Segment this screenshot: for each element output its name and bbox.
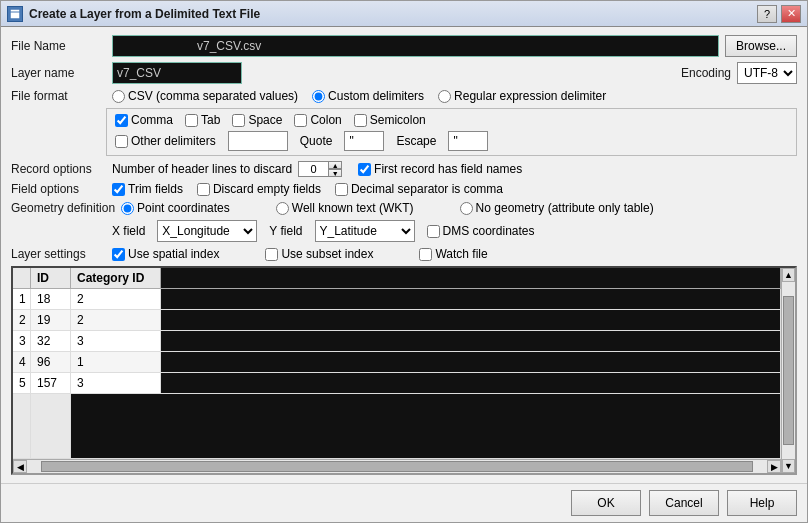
first-record-item[interactable]: First record has field names [358, 162, 522, 176]
y-field-label: Y field [269, 224, 302, 238]
semicolon-checkbox-item[interactable]: Semicolon [354, 113, 426, 127]
first-record-label: First record has field names [374, 162, 522, 176]
help-window-button[interactable]: ? [757, 5, 777, 23]
encoding-select[interactable]: UTF-8 [737, 62, 797, 84]
scroll-up-arrow[interactable]: ▲ [782, 268, 795, 282]
comma-label: Comma [131, 113, 173, 127]
file-name-dark-value [117, 39, 197, 53]
comma-checkbox-item[interactable]: Comma [115, 113, 173, 127]
space-checkbox-item[interactable]: Space [232, 113, 282, 127]
csv-radio-item[interactable]: CSV (comma separated values) [112, 89, 298, 103]
other-checkbox-item[interactable]: Other delimiters [115, 134, 216, 148]
trim-fields-item[interactable]: Trim fields [112, 182, 183, 196]
cell-rest [161, 331, 781, 351]
space-checkbox[interactable] [232, 114, 245, 127]
point-coords-item[interactable]: Point coordinates [121, 201, 230, 215]
other-checkbox[interactable] [115, 135, 128, 148]
table-row: 1 18 2 [13, 289, 781, 310]
subset-index-label: Use subset index [281, 247, 373, 261]
watch-file-checkbox[interactable] [419, 248, 432, 261]
no-geom-radio[interactable] [460, 202, 473, 215]
csv-radio-label: CSV (comma separated values) [128, 89, 298, 103]
horizontal-scrollbar-thumb[interactable] [41, 461, 753, 472]
subset-index-item[interactable]: Use subset index [265, 247, 373, 261]
regex-radio[interactable] [438, 90, 451, 103]
encoding-label: Encoding [681, 66, 731, 80]
header-category-id: Category ID [71, 268, 161, 288]
main-window: Create a Layer from a Delimited Text Fil… [0, 0, 808, 523]
colon-checkbox[interactable] [294, 114, 307, 127]
cell-rest-partial [71, 394, 781, 458]
cell-rest [161, 310, 781, 330]
vertical-scrollbar-thumb[interactable] [783, 296, 794, 445]
regex-radio-item[interactable]: Regular expression delimiter [438, 89, 606, 103]
cell-id: 19 [31, 310, 71, 330]
dms-coords-item[interactable]: DMS coordinates [427, 224, 535, 238]
quote-label: Quote [300, 134, 333, 148]
x-field-select[interactable]: X_Longitude [157, 220, 257, 242]
dms-coords-checkbox[interactable] [427, 225, 440, 238]
colon-label: Colon [310, 113, 341, 127]
file-name-label: File Name [11, 39, 106, 53]
discard-spinner: ▲ ▼ [298, 161, 342, 177]
semicolon-checkbox[interactable] [354, 114, 367, 127]
csv-radio[interactable] [112, 90, 125, 103]
quote-input[interactable] [344, 131, 384, 151]
tab-checkbox-item[interactable]: Tab [185, 113, 220, 127]
point-coords-radio[interactable] [121, 202, 134, 215]
horizontal-scrollbar: ◀ ▶ [13, 459, 781, 473]
spinner-down[interactable]: ▼ [328, 169, 342, 177]
table-header: ID Category ID [13, 268, 781, 289]
tab-label: Tab [201, 113, 220, 127]
watch-file-label: Watch file [435, 247, 487, 261]
first-record-checkbox[interactable] [358, 163, 371, 176]
scroll-right-arrow[interactable]: ▶ [767, 460, 781, 473]
discard-empty-checkbox[interactable] [197, 183, 210, 196]
cell-id: 96 [31, 352, 71, 372]
colon-checkbox-item[interactable]: Colon [294, 113, 341, 127]
geometry-label: Geometry definition [11, 201, 115, 215]
decimal-separator-item[interactable]: Decimal separator is comma [335, 182, 503, 196]
cancel-button[interactable]: Cancel [649, 490, 719, 516]
window-icon [7, 6, 23, 22]
title-bar-left: Create a Layer from a Delimited Text Fil… [7, 6, 260, 22]
discard-input[interactable] [298, 161, 328, 177]
header-id: ID [31, 268, 71, 288]
ok-button[interactable]: OK [571, 490, 641, 516]
discard-empty-label: Discard empty fields [213, 182, 321, 196]
comma-checkbox[interactable] [115, 114, 128, 127]
scroll-left-arrow[interactable]: ◀ [13, 460, 27, 473]
delimiters-box: Comma Tab Space Colon Semicolon [106, 108, 797, 156]
cell-id-partial [31, 394, 71, 458]
scroll-down-arrow[interactable]: ▼ [782, 459, 795, 473]
cell-row-num: 2 [13, 310, 31, 330]
decimal-separator-checkbox[interactable] [335, 183, 348, 196]
custom-radio[interactable] [312, 90, 325, 103]
wkt-item[interactable]: Well known text (WKT) [276, 201, 414, 215]
no-geom-item[interactable]: No geometry (attribute only table) [460, 201, 654, 215]
custom-radio-label: Custom delimiters [328, 89, 424, 103]
custom-radio-item[interactable]: Custom delimiters [312, 89, 424, 103]
discard-empty-item[interactable]: Discard empty fields [197, 182, 321, 196]
tab-checkbox[interactable] [185, 114, 198, 127]
spatial-index-item[interactable]: Use spatial index [112, 247, 219, 261]
record-options-row: Record options Number of header lines to… [11, 161, 797, 177]
help-button[interactable]: Help [727, 490, 797, 516]
wkt-radio[interactable] [276, 202, 289, 215]
watch-file-item[interactable]: Watch file [419, 247, 487, 261]
y-field-select[interactable]: Y_Latitude [315, 220, 415, 242]
table-row: 5 157 3 [13, 373, 781, 394]
subset-index-checkbox[interactable] [265, 248, 278, 261]
browse-button[interactable]: Browse... [725, 35, 797, 57]
spatial-index-checkbox[interactable] [112, 248, 125, 261]
close-window-button[interactable]: ✕ [781, 5, 801, 23]
other-delimiters-input[interactable] [228, 131, 288, 151]
decimal-separator-label: Decimal separator is comma [351, 182, 503, 196]
title-bar: Create a Layer from a Delimited Text Fil… [1, 1, 807, 27]
spinner-up[interactable]: ▲ [328, 161, 342, 169]
escape-input[interactable] [448, 131, 488, 151]
file-format-row: File format CSV (comma separated values)… [11, 89, 797, 103]
trim-fields-checkbox[interactable] [112, 183, 125, 196]
cell-category-id: 2 [71, 289, 161, 309]
wkt-label: Well known text (WKT) [292, 201, 414, 215]
